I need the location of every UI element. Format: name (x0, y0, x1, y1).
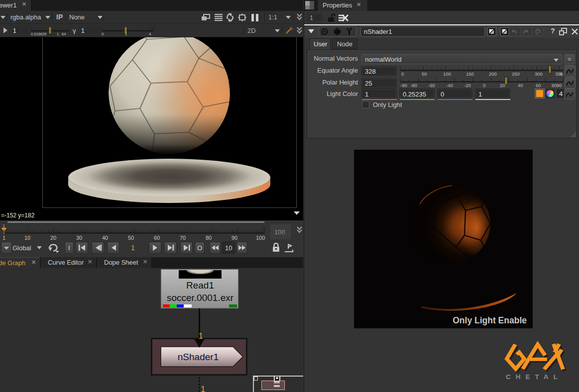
svg-text:Only Light Enable: Only Light Enable (453, 315, 527, 325)
svg-text:1: 1 (125, 32, 127, 36)
svg-text:-40: -40 (446, 83, 453, 88)
svg-text:0.015625: 0.015625 (31, 32, 46, 36)
svg-text:nShader1: nShader1 (178, 352, 219, 362)
svg-text:40: 40 (518, 83, 523, 88)
svg-text:80: 80 (552, 83, 557, 88)
svg-text:20: 20 (500, 83, 505, 88)
svg-text:90: 90 (557, 83, 562, 88)
svg-text:-90: -90 (400, 83, 407, 88)
svg-text:4: 4 (149, 32, 151, 36)
svg-text:0: 0 (102, 32, 104, 36)
svg-text:0: 0 (483, 83, 485, 88)
svg-text:CHETAL: CHETAL (506, 373, 563, 381)
svg-text:-20: -20 (464, 83, 471, 88)
svg-text:-80: -80 (410, 83, 417, 88)
svg-text:1: 1 (199, 331, 203, 341)
svg-text:60: 60 (536, 83, 541, 88)
svg-text:-60: -60 (428, 83, 435, 88)
svg-text:1: 1 (201, 385, 205, 392)
svg-text:64: 64 (62, 32, 66, 36)
svg-text:1: 1 (57, 32, 59, 36)
